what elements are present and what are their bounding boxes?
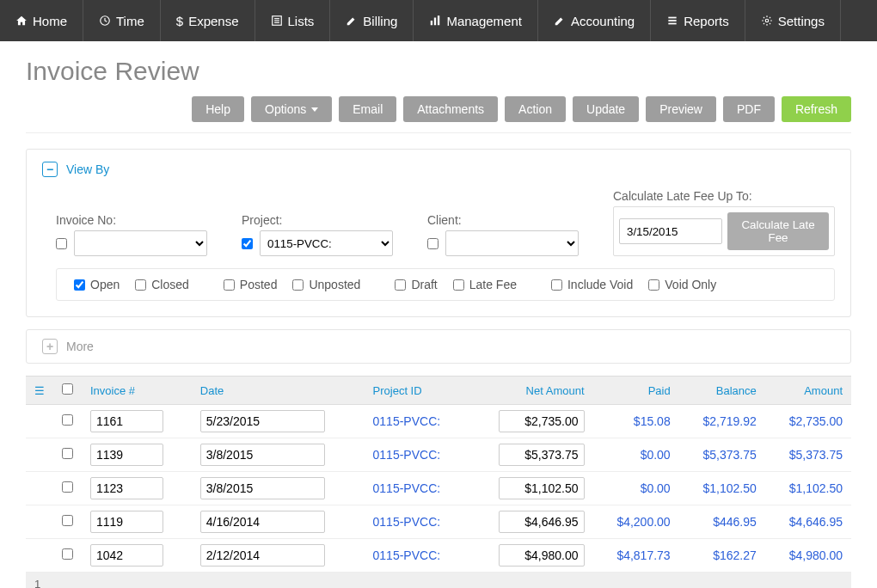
client-checkbox[interactable] [427, 238, 438, 249]
project-select[interactable]: 0115-PVCC: [260, 230, 393, 256]
nav-accounting-label: Accounting [571, 14, 635, 28]
flag-open[interactable]: Open [74, 278, 120, 291]
invoice-cell-input[interactable] [90, 511, 163, 533]
action-bar: Help Options Email Attachments Action Up… [26, 96, 851, 133]
nav-settings[interactable]: Settings [745, 0, 841, 41]
paid-cell: $0.00 [593, 438, 679, 472]
invoice-no-checkbox[interactable] [56, 238, 67, 249]
table-row: 0115-PVCC:$4,200.00$446.95$4,646.95 [26, 505, 851, 539]
project-filter: Project: 0115-PVCC: [242, 213, 393, 256]
invoice-table: ☰ Invoice # Date Project ID Net Amount P… [26, 376, 851, 573]
page-title: Invoice Review [26, 57, 851, 86]
nav-lists[interactable]: Lists [255, 0, 331, 41]
flag-closed[interactable]: Closed [135, 278, 189, 291]
svg-rect-7 [438, 15, 439, 25]
more-label: More [66, 340, 94, 353]
date-cell-input[interactable] [200, 511, 325, 533]
amount-cell: $4,980.00 [765, 539, 851, 573]
net-cell-input[interactable] [499, 444, 585, 466]
invoice-cell-input[interactable] [90, 410, 163, 432]
table-footer-page: 1 [26, 573, 851, 588]
pencil-icon [346, 15, 358, 27]
list-view-icon[interactable]: ☰ [34, 384, 45, 397]
col-amount[interactable]: Amount [765, 377, 851, 405]
nav-management[interactable]: Management [414, 0, 538, 41]
nav-settings-label: Settings [778, 14, 825, 28]
row-checkbox[interactable] [62, 414, 73, 426]
latefee-date-input[interactable] [619, 218, 722, 244]
pdf-button[interactable]: PDF [723, 96, 775, 122]
expand-button[interactable]: + [42, 339, 58, 354]
flag-include-void[interactable]: Include Void [551, 278, 633, 291]
net-cell-input[interactable] [499, 410, 585, 432]
flag-posted[interactable]: Posted [224, 278, 278, 291]
nav-home[interactable]: Home [0, 0, 83, 41]
flag-draft[interactable]: Draft [395, 278, 437, 291]
svg-point-11 [765, 19, 769, 22]
net-cell-input[interactable] [499, 511, 585, 533]
options-button[interactable]: Options [251, 96, 332, 122]
top-nav: Home Time $ Expense Lists Billing Manage… [0, 0, 877, 41]
net-cell-input[interactable] [499, 477, 585, 499]
date-cell-input[interactable] [200, 544, 325, 567]
col-invoice[interactable]: Invoice # [82, 377, 192, 405]
help-button[interactable]: Help [192, 96, 244, 122]
nav-time-label: Time [116, 14, 144, 28]
nav-reports[interactable]: Reports [651, 0, 745, 41]
row-checkbox[interactable] [62, 548, 73, 560]
bars-icon [429, 15, 441, 27]
nav-accounting[interactable]: Accounting [538, 0, 651, 41]
amount-cell: $2,735.00 [765, 405, 851, 438]
row-checkbox[interactable] [62, 481, 73, 493]
amount-cell: $4,646.95 [765, 505, 851, 539]
balance-cell: $446.95 [679, 505, 765, 539]
preview-button[interactable]: Preview [646, 96, 716, 122]
table-row: 0115-PVCC:$15.08$2,719.92$2,735.00 [26, 405, 851, 438]
action-button[interactable]: Action [505, 96, 566, 122]
amount-cell: $1,102.50 [765, 472, 851, 505]
clock-icon [99, 15, 111, 27]
row-checkbox[interactable] [62, 515, 73, 526]
project-cell[interactable]: 0115-PVCC: [365, 438, 468, 472]
project-cell[interactable]: 0115-PVCC: [365, 505, 468, 539]
nav-billing-label: Billing [363, 14, 397, 28]
viewby-title: View By [66, 162, 109, 176]
invoice-cell-input[interactable] [90, 544, 163, 567]
project-cell[interactable]: 0115-PVCC: [365, 405, 468, 438]
date-cell-input[interactable] [200, 410, 325, 432]
attachments-button[interactable]: Attachments [403, 96, 498, 122]
flag-void-only[interactable]: Void Only [648, 278, 716, 291]
refresh-button[interactable]: Refresh [782, 96, 851, 122]
net-cell-input[interactable] [499, 544, 585, 567]
calculate-latefee-button[interactable]: Calculate Late Fee [727, 212, 829, 250]
nav-billing[interactable]: Billing [330, 0, 414, 41]
update-button[interactable]: Update [573, 96, 639, 122]
client-filter: Client: [427, 213, 579, 256]
project-checkbox[interactable] [242, 238, 253, 249]
collapse-button[interactable]: − [42, 162, 58, 177]
nav-lists-label: Lists [288, 14, 315, 28]
date-cell-input[interactable] [200, 444, 325, 466]
flag-unposted[interactable]: Unposted [292, 278, 360, 291]
nav-expense-label: Expense [188, 14, 238, 28]
col-project[interactable]: Project ID [365, 377, 468, 405]
more-panel: + More [26, 329, 851, 364]
email-button[interactable]: Email [339, 96, 396, 122]
col-paid[interactable]: Paid [593, 377, 679, 405]
col-date[interactable]: Date [192, 377, 365, 405]
col-net[interactable]: Net Amount [468, 377, 593, 405]
col-balance[interactable]: Balance [679, 377, 765, 405]
row-checkbox[interactable] [62, 448, 73, 459]
invoice-cell-input[interactable] [90, 477, 163, 499]
nav-time[interactable]: Time [83, 0, 161, 41]
project-cell[interactable]: 0115-PVCC: [365, 539, 468, 573]
date-cell-input[interactable] [200, 477, 325, 499]
select-all-checkbox[interactable] [62, 383, 73, 395]
latefee-label: Calculate Late Fee Up To: [613, 189, 835, 203]
client-select[interactable] [445, 230, 579, 256]
nav-expense[interactable]: $ Expense [161, 0, 255, 41]
flag-latefee[interactable]: Late Fee [453, 278, 517, 291]
project-cell[interactable]: 0115-PVCC: [365, 472, 468, 505]
invoice-no-select[interactable] [74, 230, 207, 256]
invoice-cell-input[interactable] [90, 444, 163, 466]
